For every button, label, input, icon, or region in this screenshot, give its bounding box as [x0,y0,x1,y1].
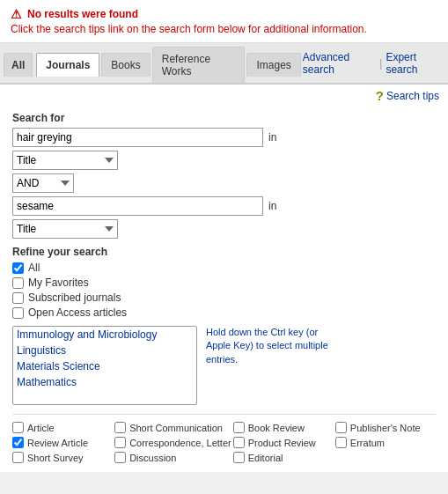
doc-type-correspondence: Correspondence, Letter [114,437,231,448]
doc-type-short-survey: Short Survey [12,452,113,463]
checkbox-publishers-note[interactable] [335,422,347,433]
advanced-search-link[interactable]: Advanced search [303,51,376,76]
checkbox-short-communication[interactable] [114,422,126,433]
search-tips-label: Search tips [386,90,439,102]
checkbox-favorites-label[interactable]: My Favorites [28,276,89,289]
label-editorial[interactable]: Editorial [248,453,283,463]
checkbox-review-article[interactable] [12,437,24,448]
separator: | [379,57,382,70]
search-row-1: in [12,128,436,147]
label-article[interactable]: Article [27,423,55,433]
doc-type-book-review: Book Review [233,422,334,433]
tab-bar: All Journals Books Reference Works Image… [0,43,448,85]
search-for-label: Search for [12,112,436,124]
label-publishers-note[interactable]: Publisher's Note [350,423,421,433]
checkbox-article[interactable] [12,422,24,433]
search-row-2: in [12,196,436,216]
doc-type-discussion: Discussion [114,452,231,463]
subjects-listbox[interactable]: Immunology and Microbiology Linguistics … [12,326,197,405]
checkbox-correspondence[interactable] [114,437,126,448]
expert-search-link[interactable]: Expert search [386,51,444,76]
label-book-review[interactable]: Book Review [248,423,305,433]
tab-all[interactable]: All [4,53,33,77]
error-detail: Click the search tips link on the search… [11,23,437,35]
tab-books[interactable]: Books [101,53,150,77]
checkbox-openaccess-row: Open Access articles [12,306,436,319]
checkbox-editorial[interactable] [233,452,245,463]
label-short-survey[interactable]: Short Survey [27,453,84,463]
checkbox-openaccess[interactable] [12,307,24,319]
error-banner: ⚠ No results were found Click the search… [0,0,448,43]
checkbox-subscribed[interactable] [12,292,24,304]
checkbox-discussion[interactable] [114,452,126,463]
checkbox-short-survey[interactable] [12,452,24,463]
label-discussion[interactable]: Discussion [129,453,176,463]
label-short-communication[interactable]: Short Communication [129,423,223,433]
label-review-article[interactable]: Review Article [27,438,88,448]
doc-type-erratum: Erratum [335,437,436,448]
label-product-review[interactable]: Product Review [248,438,316,448]
checkbox-erratum[interactable] [335,437,347,448]
label-erratum[interactable]: Erratum [350,438,385,448]
doc-type-article: Article [12,422,113,433]
subjects-row: Immunology and Microbiology Linguistics … [12,326,436,405]
field-row-1: Title Abstract Keywords Author Journal n… [12,151,436,170]
tab-reference-works[interactable]: Reference Works [152,47,246,83]
error-title: ⚠ No results were found [11,7,437,21]
doc-type-product-review: Product Review [233,437,334,448]
in-label-2: in [268,200,276,212]
search-input-1[interactable] [12,128,263,147]
tab-journals[interactable]: Journals [36,53,99,77]
checkbox-subscribed-label[interactable]: Subscribed journals [28,291,121,304]
in-label-1: in [268,131,276,144]
checkbox-product-review[interactable] [233,437,245,448]
doc-types-section: Article Short Communication Book Review … [12,414,436,463]
search-tips-row: ? Search tips [0,85,448,105]
checkbox-openaccess-label[interactable]: Open Access articles [28,306,127,319]
warning-icon: ⚠ [11,7,22,21]
checkbox-favorites[interactable] [12,277,24,289]
doc-type-short-communication: Short Communication [114,422,231,433]
field-row-2: Title Abstract Keywords Author Journal n… [12,219,436,239]
field-select-2[interactable]: Title Abstract Keywords Author Journal n… [12,219,118,239]
checkbox-all-label[interactable]: All [28,262,40,274]
checkbox-book-review[interactable] [233,422,245,433]
label-correspondence[interactable]: Correspondence, Letter [129,438,231,448]
operator-select[interactable]: AND OR NOT [12,173,74,193]
question-icon: ? [376,88,384,103]
doc-type-publishers-note: Publisher's Note [335,422,436,433]
search-input-2[interactable] [12,196,263,216]
search-tips-link[interactable]: ? Search tips [376,88,439,103]
field-select-1[interactable]: Title Abstract Keywords Author Journal n… [12,151,118,170]
search-form: Search for in Title Abstract Keywords Au… [0,105,448,472]
checkbox-all[interactable] [12,262,24,274]
operator-row: AND OR NOT [12,173,436,193]
ctrl-tip: Hold down the Ctrl key (or Apple Key) to… [206,326,329,366]
doc-type-review-article: Review Article [12,437,113,448]
doc-types-grid: Article Short Communication Book Review … [12,422,436,463]
checkbox-all-row: All [12,262,436,274]
advanced-search-bar: Advanced search | Expert search [303,51,444,76]
refine-label: Refine your search [12,246,436,258]
checkbox-favorites-row: My Favorites [12,276,436,289]
tab-images[interactable]: Images [246,53,300,77]
doc-type-editorial: Editorial [233,452,334,463]
checkbox-subscribed-row: Subscribed journals [12,291,436,304]
